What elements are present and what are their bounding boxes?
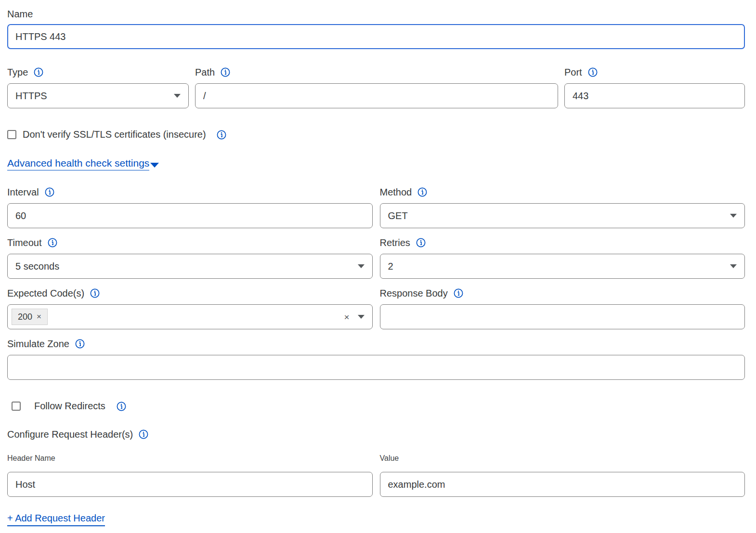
retries-select-value: 2 bbox=[388, 261, 393, 272]
expected-codes-label: Expected Code(s) bbox=[7, 288, 373, 299]
info-icon[interactable] bbox=[48, 238, 57, 247]
info-icon[interactable] bbox=[417, 187, 427, 197]
response-body-label: Response Body bbox=[380, 288, 745, 299]
path-label: Path bbox=[195, 67, 558, 78]
type-select[interactable]: HTTPS bbox=[7, 83, 189, 108]
simulate-zone-label: Simulate Zone bbox=[7, 338, 745, 349]
chevron-down-icon bbox=[174, 94, 181, 98]
info-icon[interactable] bbox=[139, 429, 148, 439]
follow-redirects-checkbox[interactable] bbox=[12, 402, 21, 411]
name-input[interactable] bbox=[7, 24, 745, 49]
follow-redirects-label: Follow Redirects bbox=[34, 401, 105, 412]
method-select-value: GET bbox=[388, 210, 408, 221]
chevron-down-icon bbox=[150, 163, 159, 168]
interval-input[interactable] bbox=[7, 203, 373, 228]
info-icon[interactable] bbox=[217, 130, 226, 140]
info-icon[interactable] bbox=[588, 67, 598, 77]
interval-label: Interval bbox=[7, 187, 373, 197]
info-icon[interactable] bbox=[416, 238, 426, 247]
info-icon[interactable] bbox=[221, 67, 230, 77]
retries-select[interactable]: 2 bbox=[380, 254, 745, 279]
chevron-down-icon bbox=[730, 214, 737, 218]
method-select[interactable]: GET bbox=[380, 203, 745, 228]
header-value-input[interactable] bbox=[380, 472, 745, 497]
code-tag: 200 × bbox=[12, 309, 48, 325]
port-input[interactable] bbox=[564, 83, 745, 108]
simulate-zone-input[interactable] bbox=[7, 355, 745, 380]
advanced-settings-link[interactable]: Advanced health check settings bbox=[7, 157, 159, 170]
health-check-form: Name Type Path Port HTTPS bbox=[0, 0, 756, 533]
configure-request-headers-label: Configure Request Header(s) bbox=[7, 429, 745, 440]
ssl-verify-checkbox[interactable] bbox=[7, 130, 16, 139]
header-name-label: Header Name bbox=[7, 454, 373, 462]
chevron-down-icon bbox=[358, 264, 365, 268]
response-body-input[interactable] bbox=[380, 304, 745, 329]
info-icon[interactable] bbox=[454, 288, 463, 298]
info-icon[interactable] bbox=[45, 187, 54, 197]
chevron-down-icon[interactable] bbox=[358, 315, 365, 319]
info-icon[interactable] bbox=[90, 288, 100, 298]
add-request-header-link[interactable]: + Add Request Header bbox=[7, 513, 105, 526]
info-icon[interactable] bbox=[34, 67, 43, 77]
timeout-select[interactable]: 5 seconds bbox=[7, 254, 373, 279]
expected-codes-multiselect[interactable]: 200 × × bbox=[7, 304, 373, 329]
chevron-down-icon bbox=[730, 264, 737, 268]
header-name-input[interactable] bbox=[7, 472, 373, 497]
timeout-select-value: 5 seconds bbox=[15, 261, 59, 272]
retries-label: Retries bbox=[380, 237, 745, 248]
clear-all-icon[interactable]: × bbox=[344, 312, 349, 322]
remove-tag-icon[interactable]: × bbox=[37, 312, 41, 322]
port-label: Port bbox=[564, 67, 745, 78]
code-tag-text: 200 bbox=[18, 312, 32, 322]
type-select-value: HTTPS bbox=[15, 91, 47, 102]
info-icon[interactable] bbox=[117, 402, 126, 411]
type-label: Type bbox=[7, 67, 189, 78]
path-input[interactable] bbox=[195, 83, 558, 108]
header-value-label: Value bbox=[380, 454, 745, 462]
timeout-label: Timeout bbox=[7, 237, 373, 248]
name-label: Name bbox=[7, 9, 745, 19]
method-label: Method bbox=[380, 187, 745, 197]
request-header-row bbox=[7, 472, 745, 497]
info-icon[interactable] bbox=[75, 339, 85, 349]
ssl-verify-label: Don't verify SSL/TLS certificates (insec… bbox=[23, 129, 206, 140]
